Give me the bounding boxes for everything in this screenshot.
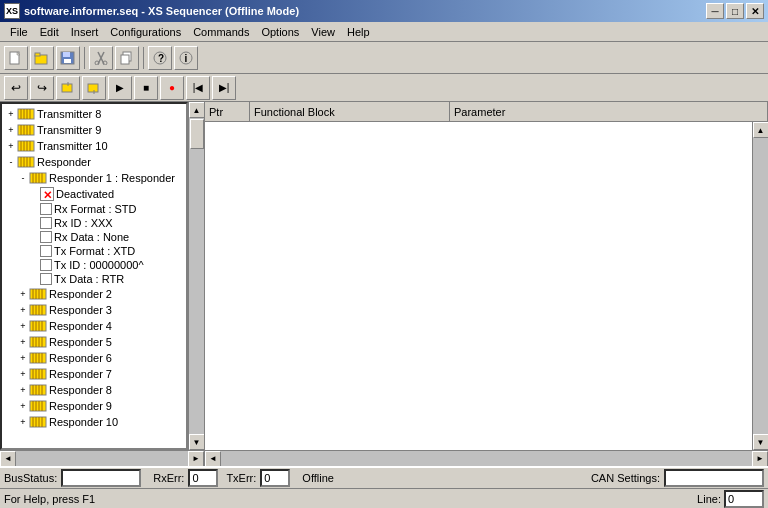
can-settings-input[interactable] (664, 469, 764, 487)
property-icon (40, 273, 52, 285)
tree-scroll-left[interactable]: ◄ (0, 451, 16, 467)
tree-scroll-up[interactable]: ▲ (189, 102, 205, 118)
new-button[interactable] (4, 46, 28, 70)
menu-bar: File Edit Insert Configurations Commands… (0, 22, 768, 42)
tree-node-deactivated[interactable]: ✕ Deactivated (4, 186, 184, 202)
property-icon (40, 231, 52, 243)
tree-node-r8[interactable]: + Responder 8 (4, 382, 184, 398)
close-button[interactable]: ✕ (746, 3, 764, 19)
line-info: Line: (697, 490, 764, 508)
svg-rect-5 (63, 52, 70, 57)
col-header-ptr: Ptr (205, 102, 250, 121)
copy-button[interactable] (115, 46, 139, 70)
responder-icon (29, 415, 47, 429)
tree-node-r2[interactable]: + Responder 2 (4, 286, 184, 302)
svg-rect-66 (30, 353, 46, 363)
main-content: + Transmitter 8 + Transmitter 9 (0, 102, 768, 466)
tree-node-r5[interactable]: + Responder 5 (4, 334, 184, 350)
transmitter-icon (17, 107, 35, 121)
tree-node-r10[interactable]: + Responder 10 (4, 414, 184, 430)
transmit-button[interactable] (56, 76, 80, 100)
redo-button[interactable]: ↪ (30, 76, 54, 100)
deactivated-icon: ✕ (40, 187, 54, 201)
grid-vscrollbar[interactable]: ▲ ▼ (752, 122, 768, 450)
menu-view[interactable]: View (305, 24, 341, 40)
tree-node-r4[interactable]: + Responder 4 (4, 318, 184, 334)
responder-icon (29, 351, 47, 365)
svg-rect-86 (30, 417, 46, 427)
window-controls: ─ □ ✕ (706, 3, 764, 19)
rx-err-input[interactable] (188, 469, 218, 487)
grid-scroll-track[interactable] (753, 138, 768, 434)
undo-button[interactable]: ↩ (4, 76, 28, 100)
tree-node-r9[interactable]: + Responder 9 (4, 398, 184, 414)
tree-node-tx10[interactable]: + Transmitter 10 (4, 138, 184, 154)
svg-rect-41 (30, 173, 46, 183)
play-button[interactable]: ▶ (108, 76, 132, 100)
next-button[interactable]: ▶| (212, 76, 236, 100)
tree-node-tx9[interactable]: + Transmitter 9 (4, 122, 184, 138)
tree-node-tx8[interactable]: + Transmitter 8 (4, 106, 184, 122)
grid-scroll-right[interactable]: ► (752, 451, 768, 467)
tree-node-rxdata[interactable]: Rx Data : None (4, 230, 184, 244)
menu-commands[interactable]: Commands (187, 24, 255, 40)
responder-icon (29, 287, 47, 301)
tree-node-txid[interactable]: Tx ID : 00000000^ (4, 258, 184, 272)
line-input[interactable] (724, 490, 764, 508)
menu-configurations[interactable]: Configurations (104, 24, 187, 40)
help-button[interactable]: ? (148, 46, 172, 70)
svg-rect-26 (18, 125, 34, 135)
svg-rect-36 (18, 157, 34, 167)
tree-view[interactable]: + Transmitter 8 + Transmitter 9 (0, 102, 188, 450)
toolbar: ? i (0, 42, 768, 74)
tx-err-input[interactable] (260, 469, 290, 487)
about-button[interactable]: i (174, 46, 198, 70)
menu-file[interactable]: File (4, 24, 34, 40)
menu-options[interactable]: Options (255, 24, 305, 40)
svg-rect-76 (30, 385, 46, 395)
tree-hscrollbar[interactable]: ◄ ► (0, 450, 204, 466)
tree-scroll-track[interactable] (189, 118, 204, 434)
help-text: For Help, press F1 (4, 493, 95, 505)
tree-node-r6[interactable]: + Responder 6 (4, 350, 184, 366)
tree-node-responder-group[interactable]: - Responder (4, 154, 184, 170)
tree-node-rxfmt[interactable]: Rx Format : STD (4, 202, 184, 216)
grid-header: Ptr Functional Block Parameter (205, 102, 768, 122)
tree-node-r3[interactable]: + Responder 3 (4, 302, 184, 318)
tree-node-r7[interactable]: + Responder 7 (4, 366, 184, 382)
bus-status-label: BusStatus: (4, 472, 57, 484)
svg-rect-51 (30, 305, 46, 315)
grid-hscrollbar[interactable]: ◄ ► (205, 450, 768, 466)
tree-hscroll-track[interactable] (16, 451, 188, 466)
tree-node-txdata[interactable]: Tx Data : RTR (4, 272, 184, 286)
prev-button[interactable]: |◀ (186, 76, 210, 100)
tree-scroll-down[interactable]: ▼ (189, 434, 205, 450)
property-icon (40, 259, 52, 271)
grid-hscroll-track[interactable] (221, 451, 752, 466)
restore-button[interactable]: □ (726, 3, 744, 19)
tree-vscrollbar[interactable]: ▲ ▼ (188, 102, 204, 450)
bus-status-input[interactable] (61, 469, 141, 487)
grid-scroll-down[interactable]: ▼ (753, 434, 769, 450)
open-button[interactable] (30, 46, 54, 70)
minimize-button[interactable]: ─ (706, 3, 724, 19)
save-button[interactable] (56, 46, 80, 70)
grid-scroll-left[interactable]: ◄ (205, 451, 221, 467)
grid-body[interactable] (205, 122, 752, 450)
menu-insert[interactable]: Insert (65, 24, 105, 40)
cut-button[interactable] (89, 46, 113, 70)
grid-scroll-up[interactable]: ▲ (753, 122, 769, 138)
tree-node-txfmt[interactable]: Tx Format : XTD (4, 244, 184, 258)
tree-scroll-thumb[interactable] (190, 119, 204, 149)
receive-button[interactable] (82, 76, 106, 100)
tree-section: + Transmitter 8 + Transmitter 9 (0, 102, 205, 466)
tree-node-r1[interactable]: - Responder 1 : Responder (4, 170, 184, 186)
responder-icon (29, 399, 47, 413)
responder-icon (29, 367, 47, 381)
tree-node-rxid[interactable]: Rx ID : XXX (4, 216, 184, 230)
menu-help[interactable]: Help (341, 24, 376, 40)
stop-button[interactable]: ■ (134, 76, 158, 100)
tree-scroll-right[interactable]: ► (188, 451, 204, 467)
record-button[interactable]: ● (160, 76, 184, 100)
menu-edit[interactable]: Edit (34, 24, 65, 40)
